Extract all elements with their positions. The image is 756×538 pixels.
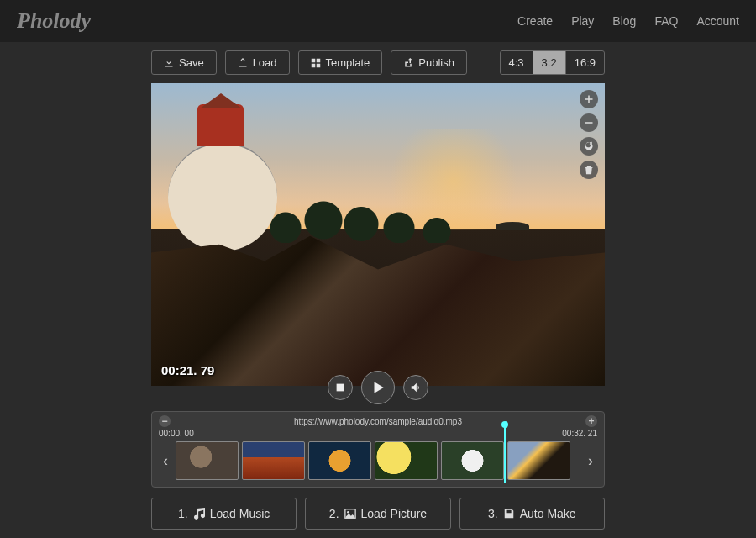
delete-button[interactable] — [580, 161, 598, 179]
template-button[interactable]: Template — [298, 50, 383, 75]
timeline-zoom-out[interactable]: − — [159, 415, 171, 427]
volume-icon — [410, 382, 422, 393]
template-label: Template — [326, 56, 370, 69]
timeline-start: 00:00. 00 — [159, 429, 194, 438]
publish-label: Publish — [418, 56, 454, 69]
step3-label: Auto Make — [520, 507, 576, 520]
save-label: Save — [179, 56, 204, 69]
zoom-out-button[interactable] — [580, 113, 598, 132]
nav-play[interactable]: Play — [571, 14, 594, 28]
svg-rect-4 — [585, 122, 593, 124]
publish-button[interactable]: Publish — [391, 50, 467, 75]
timeline-zoom-in[interactable]: + — [585, 415, 597, 427]
playback-controls — [328, 371, 428, 404]
step2-prefix: 2. — [329, 507, 339, 520]
step1-label: Load Music — [210, 507, 270, 520]
trash-icon — [584, 165, 594, 175]
svg-rect-0 — [311, 58, 315, 62]
ratio-3-2[interactable]: 3:2 — [533, 51, 566, 74]
music-icon — [193, 508, 205, 520]
toolbar: Save Load Template Publish 4:3 3:2 16:9 — [151, 50, 605, 75]
timestamp: 00:21. 79 — [161, 363, 214, 377]
timeline-strip: ‹ › — [159, 441, 597, 480]
timeline-end: 00:32. 21 — [562, 429, 597, 438]
zoom-in-button[interactable] — [580, 90, 598, 108]
scroll-right-button[interactable]: › — [584, 452, 597, 470]
load-music-button[interactable]: 1. Load Music — [151, 498, 297, 530]
load-label: Load — [253, 56, 277, 69]
preview-canvas[interactable]: 00:21. 79 — [151, 83, 605, 386]
refresh-button[interactable] — [580, 137, 598, 156]
share-icon — [403, 58, 413, 68]
load-picture-button[interactable]: 2. Load Picture — [305, 498, 450, 530]
nav-blog[interactable]: Blog — [612, 14, 636, 28]
ratio-16-9[interactable]: 16:9 — [566, 51, 604, 74]
playhead[interactable] — [504, 441, 506, 480]
thumbnail-lighthouse[interactable] — [507, 441, 570, 480]
step2-label: Load Picture — [361, 507, 428, 520]
thumbnail-track[interactable] — [176, 441, 580, 480]
save-button[interactable]: Save — [151, 50, 217, 75]
thumbnail-jellyfish[interactable] — [308, 441, 371, 480]
scroll-left-button[interactable]: ‹ — [159, 452, 172, 470]
ratio-4-3[interactable]: 4:3 — [501, 51, 533, 74]
timeline: − https://www.pholody.com/sample/audio0.… — [151, 411, 605, 488]
plus-icon — [584, 94, 594, 104]
minus-icon — [584, 118, 594, 128]
step-buttons: 1. Load Music 2. Load Picture 3. Auto Ma… — [151, 498, 605, 530]
svg-rect-3 — [316, 63, 320, 67]
thumbnail-canyon[interactable] — [242, 441, 305, 480]
auto-make-button[interactable]: 3. Auto Make — [459, 498, 605, 530]
grid-icon — [311, 58, 321, 68]
svg-rect-2 — [311, 63, 315, 67]
play-icon — [370, 380, 386, 395]
nav-account[interactable]: Account — [696, 14, 739, 28]
download-icon — [164, 58, 174, 68]
audio-url-label: https://www.pholody.com/sample/audio0.mp… — [294, 417, 462, 426]
stop-icon — [334, 382, 346, 393]
mute-button[interactable] — [403, 375, 428, 400]
timeline-times: 00:00. 00 00:32. 21 — [159, 429, 597, 438]
svg-rect-1 — [316, 58, 320, 62]
thumbnail-flowers-white[interactable] — [441, 441, 504, 480]
step3-prefix: 3. — [488, 507, 498, 520]
svg-rect-5 — [337, 384, 344, 392]
aspect-ratio-group: 4:3 3:2 16:9 — [500, 50, 605, 75]
thumbnail-flowers-yellow[interactable] — [375, 441, 438, 480]
preview-image — [151, 83, 605, 386]
picture-icon — [344, 508, 356, 520]
workspace: Save Load Template Publish 4:3 3:2 16:9 — [0, 42, 756, 530]
save-disk-icon — [503, 508, 515, 520]
stop-button[interactable] — [328, 375, 353, 400]
play-button[interactable] — [361, 371, 395, 404]
top-bar: Pholody Create Play Blog FAQ Account — [0, 0, 756, 42]
nav-create[interactable]: Create — [517, 14, 553, 28]
svg-point-7 — [347, 511, 349, 514]
main-nav: Create Play Blog FAQ Account — [517, 14, 739, 28]
canvas-side-controls — [580, 90, 598, 179]
timeline-header: − https://www.pholody.com/sample/audio0.… — [159, 415, 597, 427]
brand-logo[interactable]: Pholody — [17, 8, 91, 34]
step1-prefix: 1. — [178, 507, 188, 520]
nav-faq[interactable]: FAQ — [654, 14, 678, 28]
load-button[interactable]: Load — [225, 50, 290, 75]
refresh-icon — [584, 141, 594, 151]
upload-icon — [238, 58, 248, 68]
thumbnail-koala[interactable] — [176, 441, 239, 480]
